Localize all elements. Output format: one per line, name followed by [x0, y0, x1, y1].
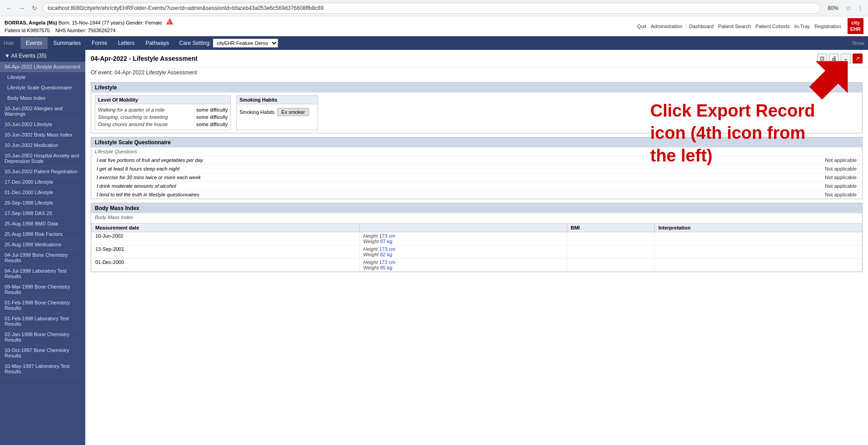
- bmi-bmi-1: [567, 245, 654, 259]
- cityehr-logo: cityEHR: [848, 18, 863, 34]
- patient-cohorts-link[interactable]: Patient Cohorts: [754, 23, 792, 30]
- forward-button[interactable]: →: [17, 4, 26, 13]
- alert-icon[interactable]: [166, 18, 173, 24]
- q-label-1: I get at least 8 hours sleep each night: [97, 166, 180, 171]
- bmi-bmi-0: [567, 232, 654, 245]
- mobility-activity-0: Walking for a quarter of a mile: [98, 107, 165, 112]
- patient-header: BORRAS, Angela (Ms) Born: 15-Nov-1944 (7…: [0, 16, 868, 36]
- dashboard-link[interactable]: Dashboard: [687, 23, 716, 30]
- mobility-val-2: some difficulty: [196, 122, 228, 127]
- sidebar-item-10[interactable]: 17-Dec-2000 Lifestyle: [0, 177, 85, 187]
- back-button[interactable]: ←: [5, 4, 14, 13]
- patient-name-info: BORRAS, Angela (Ms) Born: 15-Nov-1944 (7…: [5, 18, 173, 27]
- bmi-date-0: 10-Jun-2002: [92, 232, 360, 245]
- sidebar-item-12[interactable]: 29-Sep-1998 Lifestyle: [0, 198, 85, 208]
- nav-pathways[interactable]: Pathways: [140, 37, 175, 49]
- bmi-title: Body Mass Index: [91, 203, 862, 213]
- sidebar-item-4[interactable]: 10-Jun-2002 Allergies and Warnings: [0, 103, 85, 119]
- print-button[interactable]: 🖨: [829, 54, 839, 64]
- patient-search-link[interactable]: Patient Search: [716, 23, 753, 30]
- sidebar-item-2[interactable]: Lifestyle Scale Questionnaire: [0, 83, 85, 93]
- sidebar-all-events[interactable]: ▼ All Events (35): [0, 50, 85, 62]
- export-record-button[interactable]: ↗: [853, 54, 863, 64]
- bmi-bmi-2: [567, 259, 654, 272]
- sidebar-item-19[interactable]: 09-Mar-1998 Bone Chemistry Results: [0, 282, 85, 298]
- lifestyle-section-content: Level Of Mobility Walking for a quarter …: [91, 93, 862, 133]
- bmi-col-date: Measurement date: [92, 224, 360, 232]
- sidebar-item-15[interactable]: 25-Aug-1998 Risk Factors: [0, 229, 85, 240]
- sidebar: ▼ All Events (35) 04-Apr-2022 Lifestyle …: [0, 50, 85, 445]
- patient-born: Born: 15-Nov-1944: [59, 20, 101, 25]
- sidebar-item-20[interactable]: 01-Feb-1998 Bone Chemistry Results: [0, 298, 85, 313]
- bmi-row-0: 10-Jun-2002 Height 173 cm Weight 87 kg: [92, 232, 862, 245]
- sidebar-item-7[interactable]: 10-Jun-2002 Medication: [0, 140, 85, 151]
- bmi-date-2: 01-Dec-2000: [92, 259, 360, 272]
- smoking-habits: Smoking Habits Smoking Habits Ex smoker: [236, 95, 318, 130]
- q-val-1: Not applicable: [825, 166, 857, 171]
- bmi-table: Measurement date BMI Interpretation 10-J…: [91, 223, 862, 272]
- content-header: 04-Apr-2022 - Lifestyle Assessment ⊡ 🖨 ⌄…: [85, 50, 868, 68]
- mobility-val-1: some difficulty: [196, 114, 228, 120]
- bmi-row-2: 01-Dec-2000 Height 173 cm Weight 85 kg: [92, 259, 862, 272]
- sidebar-item-13[interactable]: 17-Sep-1998 DAS 28: [0, 208, 85, 219]
- show-button[interactable]: Show: [848, 40, 868, 46]
- sidebar-item-3[interactable]: Body Mass Index: [0, 93, 85, 103]
- sidebar-item-1[interactable]: Lifestyle: [0, 72, 85, 83]
- q-row-3: I drink moderate amounts of alcohol Not …: [91, 182, 862, 191]
- nav-summaries[interactable]: Summaries: [48, 37, 86, 49]
- sidebar-item-11[interactable]: 01-Dec-2000 Lifestyle: [0, 187, 85, 198]
- sidebar-item-24[interactable]: 10-May-1997 Laboratory Test Results: [0, 361, 85, 377]
- app-nav: Hide Events Summaries Forms Letters Path…: [0, 36, 868, 50]
- care-setting-select[interactable]: cityEHR Feature Demo Default: [213, 39, 278, 48]
- q-label-3: I drink moderate amounts of alcohol: [97, 183, 176, 189]
- sidebar-item-0[interactable]: 04-Apr-2022 Lifestyle Assessment: [0, 62, 85, 72]
- bmi-m3-val: 82 kg: [380, 252, 392, 257]
- sidebar-item-5[interactable]: 10-Jun-2002 Lifestyle: [0, 119, 85, 130]
- level-of-mobility: Level Of Mobility Walking for a quarter …: [95, 95, 231, 130]
- event-label: Of event: 04-Apr-2022 Lifestyle Assessme…: [85, 68, 868, 78]
- content-title: 04-Apr-2022 - Lifestyle Assessment: [91, 55, 197, 62]
- bookmark-icon[interactable]: ☆: [846, 5, 852, 12]
- sidebar-item-8[interactable]: 10-Jun-2002 Hospital Anxiety and Depress…: [0, 151, 85, 166]
- top-right-nav: Quit Administration | Dashboard Patient …: [635, 18, 863, 34]
- sidebar-item-9[interactable]: 10-Jun-2002 Patient Registration: [0, 166, 85, 177]
- nav-forms[interactable]: Forms: [86, 37, 113, 49]
- sidebar-item-21[interactable]: 01-Feb-1998 Laboratory Test Results: [0, 313, 85, 329]
- care-setting-label: Care Setting:: [179, 40, 211, 46]
- hide-button[interactable]: Hide: [0, 40, 18, 46]
- sidebar-item-17[interactable]: 04-Jul-1998 Bone Chemistry Results: [0, 250, 85, 266]
- quit-link[interactable]: Quit: [635, 23, 648, 30]
- mobility-activity-2: Doing chores around the house: [98, 122, 168, 127]
- sidebar-item-22[interactable]: 02-Jan-1998 Bone Chemistry Results: [0, 329, 85, 345]
- bmi-m1-type: Weight: [363, 239, 379, 244]
- administration-link[interactable]: Administration: [649, 23, 684, 30]
- all-events-label: ▼ All Events (35): [5, 53, 47, 59]
- sidebar-item-23[interactable]: 10-Oct-1997 Bone Chemistry Results: [0, 345, 85, 361]
- q-row-0: I eat five portions of fruit and vegetab…: [91, 156, 862, 165]
- download-button[interactable]: ⌄: [841, 54, 851, 64]
- print-preview-button[interactable]: ⊡: [817, 54, 827, 64]
- sidebar-item-6[interactable]: 10-Jun-2002 Body Mass Index: [0, 130, 85, 140]
- bmi-m5-val: 85 kg: [380, 265, 392, 270]
- smoking-label: Smoking Habits: [240, 109, 275, 115]
- nav-letters[interactable]: Letters: [113, 37, 140, 49]
- in-tray-link[interactable]: In-Tray: [793, 23, 812, 30]
- patient-id: Patient Id K9897575: [5, 28, 50, 33]
- bmi-m0-val: 173 cm: [379, 233, 395, 239]
- sidebar-item-14[interactable]: 25-Aug-1998 BMD Data: [0, 219, 85, 229]
- smoking-row: Smoking Habits Ex smoker: [240, 106, 315, 118]
- menu-icon[interactable]: ⋮: [857, 5, 863, 12]
- toolbar-icons: ⊡ 🖨 ⌄ ↗: [817, 54, 863, 64]
- nav-events[interactable]: Events: [20, 37, 48, 49]
- bmi-section: Body Mass Index Body Mass Index Measurem…: [91, 203, 863, 272]
- url-bar[interactable]: [43, 3, 820, 14]
- smoking-title: Smoking Habits: [237, 96, 318, 104]
- bmi-col-interpretation: Interpretation: [654, 224, 862, 232]
- bmi-m5-type: Weight: [363, 265, 379, 270]
- reload-button[interactable]: ↻: [30, 4, 39, 13]
- registration-link[interactable]: Registration: [813, 23, 843, 30]
- sidebar-item-18[interactable]: 04-Jul-1998 Laboratory Test Results: [0, 266, 85, 282]
- sidebar-item-16[interactable]: 25-Aug-1998 Medications: [0, 240, 85, 250]
- bmi-interp-0: [654, 232, 862, 245]
- lifestyle-section-title: Lifestyle: [91, 83, 862, 93]
